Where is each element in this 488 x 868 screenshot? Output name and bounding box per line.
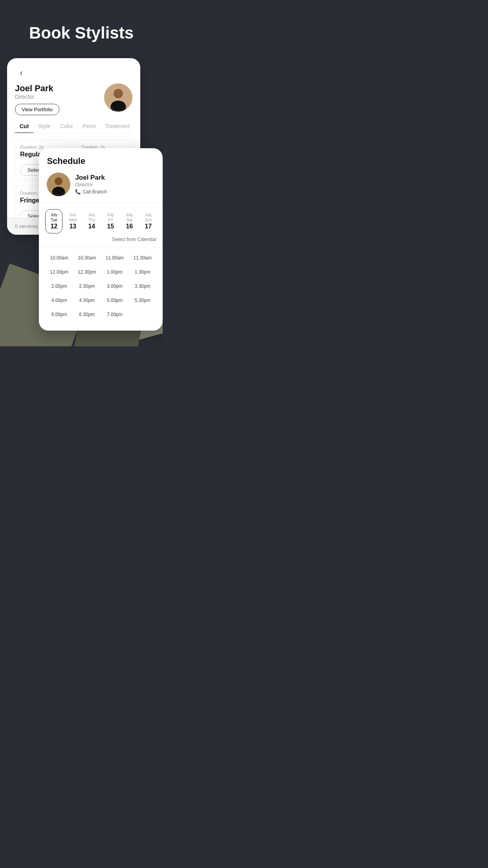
date-item-sat16[interactable]: July Sat 16 xyxy=(121,209,138,234)
schedule-title: Schedule xyxy=(47,156,155,166)
svg-point-1 xyxy=(114,89,123,98)
time-row-3: 2.00pm 2.30pm 3.00pm 3.30pm xyxy=(45,282,156,291)
date-day-2: Wed xyxy=(69,218,77,222)
page-title: Book Stylists xyxy=(0,0,163,58)
date-num-2: 13 xyxy=(69,223,76,230)
time-1630[interactable]: 4.30pm xyxy=(73,296,101,305)
time-1130[interactable]: 11.30am xyxy=(128,254,156,262)
time-1530[interactable]: 3.30pm xyxy=(128,282,156,291)
tab-color[interactable]: Color xyxy=(55,120,77,133)
time-1300[interactable]: 1.00pm xyxy=(101,268,129,276)
date-num-5: 16 xyxy=(126,223,133,230)
schedule-stylist-role: Director xyxy=(75,182,107,188)
time-1000[interactable]: 10.00am xyxy=(45,254,73,262)
tab-style[interactable]: Style xyxy=(33,120,55,133)
stylist-header: Joel Park Director View Portfolio xyxy=(15,83,132,115)
time-row-5: 6.00pm 6.30pm 7.00pm xyxy=(45,310,156,319)
schedule-stylist: Joel Park Director 📞 Call Branch xyxy=(47,173,155,196)
date-num-6: 17 xyxy=(145,223,152,230)
time-1400[interactable]: 2.00pm xyxy=(45,282,73,291)
date-day-5: Sat xyxy=(127,218,132,222)
date-day-6: Sun xyxy=(145,218,152,222)
date-month-2: July xyxy=(69,213,76,217)
time-1730[interactable]: 5.30pm xyxy=(128,296,156,305)
date-item-tue12[interactable]: July Tue 12 xyxy=(45,209,62,234)
tab-cut[interactable]: Cut xyxy=(15,120,33,133)
stylist-avatar xyxy=(104,83,132,112)
select-calendar-label: Select from Calendar xyxy=(112,237,156,242)
svg-point-5 xyxy=(55,177,62,185)
schedule-avatar xyxy=(47,173,70,196)
time-empty xyxy=(128,310,156,319)
time-1330[interactable]: 1.30pm xyxy=(128,268,156,276)
time-1500[interactable]: 3.00pm xyxy=(101,282,129,291)
time-1600[interactable]: 4.00pm xyxy=(45,296,73,305)
date-day-3: Thu xyxy=(88,218,95,222)
date-item-fri15[interactable]: July Fri 15 xyxy=(102,209,119,234)
date-selector: July Tue 12 July Wed 13 July Thu 14 July… xyxy=(39,203,163,234)
cards-container: ‹ Joel Park Director View Portfolio Cut … xyxy=(0,58,163,346)
call-branch[interactable]: 📞 Call Branch xyxy=(75,189,107,195)
time-1900[interactable]: 7.00pm xyxy=(101,310,129,319)
time-row-2: 12.00pm 12.30pm 1.00pm 1.30pm xyxy=(45,268,156,276)
date-num-4: 15 xyxy=(107,223,114,230)
back-button[interactable]: ‹ xyxy=(15,66,28,79)
select-from-calendar[interactable]: Select from Calendar xyxy=(39,234,163,247)
time-1100[interactable]: 11.00am xyxy=(101,254,129,262)
date-month-6: July xyxy=(145,213,152,217)
schedule-header: Schedule Joel Park Director 📞 Call xyxy=(39,148,163,203)
date-num-1: 12 xyxy=(50,223,57,230)
schedule-stylist-name: Joel Park xyxy=(75,174,107,182)
time-1030[interactable]: 10.30am xyxy=(73,254,101,262)
date-month-1: July xyxy=(50,213,57,217)
svg-point-3 xyxy=(111,101,125,110)
stylist-name: Joel Park xyxy=(15,83,59,94)
time-1430[interactable]: 2.30pm xyxy=(73,282,101,291)
date-month-4: July xyxy=(107,213,114,217)
time-1830[interactable]: 6.30pm xyxy=(73,310,101,319)
time-1700[interactable]: 5.00pm xyxy=(101,296,129,305)
date-num-3: 14 xyxy=(88,223,95,230)
time-1200[interactable]: 12.00pm xyxy=(45,268,73,276)
tab-treatment[interactable]: Treatment xyxy=(100,120,132,133)
date-item-wed13[interactable]: July Wed 13 xyxy=(64,209,81,234)
time-1230[interactable]: 12.30pm xyxy=(73,268,101,276)
schedule-stylist-info: Joel Park Director 📞 Call Branch xyxy=(75,174,107,195)
schedule-card: Schedule Joel Park Director 📞 Call xyxy=(39,148,163,331)
date-day-4: Fri xyxy=(108,218,113,222)
time-row-4: 4.00pm 4.30pm 5.00pm 5.30pm xyxy=(45,296,156,305)
service-tabs: Cut Style Color Perm Treatment Others xyxy=(15,120,132,133)
date-month-3: July xyxy=(88,213,95,217)
date-item-thu14[interactable]: July Thu 14 xyxy=(83,209,100,234)
time-1800[interactable]: 6.00pm xyxy=(45,310,73,319)
phone-icon: 📞 xyxy=(75,189,81,195)
view-portfolio-button[interactable]: View Portfolio xyxy=(15,104,59,115)
stylist-info: Joel Park Director View Portfolio xyxy=(15,83,59,115)
call-branch-label: Call Branch xyxy=(83,189,107,195)
time-row-1: 10.00am 10.30am 11.00am 11.30am xyxy=(45,254,156,262)
stylist-title: Director xyxy=(15,94,59,100)
date-day-1: Tue xyxy=(51,218,57,222)
date-item-sun17[interactable]: July Sun 17 xyxy=(139,209,157,234)
date-month-5: July xyxy=(126,213,133,217)
time-slots: 10.00am 10.30am 11.00am 11.30am 12.00pm … xyxy=(39,247,163,331)
tab-perm[interactable]: Perm xyxy=(78,120,100,133)
svg-point-7 xyxy=(53,187,64,195)
